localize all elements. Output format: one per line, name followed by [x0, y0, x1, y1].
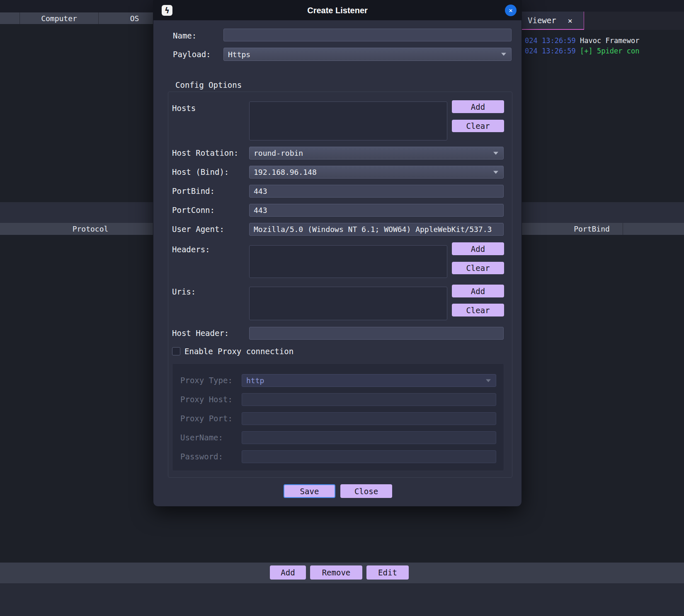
bottom-strip — [0, 583, 684, 616]
proxy-username-label: UserName: — [180, 431, 223, 444]
user-agent-input[interactable] — [249, 223, 504, 236]
uris-clear-button[interactable]: Clear — [452, 304, 504, 316]
dialog-titlebar[interactable]: ϟ Create Listener ✕ — [153, 0, 521, 20]
header-cell-computer[interactable]: Computer — [20, 12, 99, 24]
proxy-settings-panel: Proxy Type: http Proxy Host: Proxy Port:… — [172, 363, 504, 471]
hosts-textarea[interactable] — [249, 101, 447, 140]
listener-remove-button[interactable]: Remove — [310, 565, 362, 580]
proxy-host-input[interactable] — [242, 393, 496, 406]
log-timestamp: 024 13:26:59 — [525, 47, 576, 55]
listener-add-button[interactable]: Add — [270, 565, 306, 580]
log-message: 5pider con — [597, 47, 639, 55]
proxy-type-label: Proxy Type: — [180, 374, 233, 387]
save-button[interactable]: Save — [284, 484, 335, 498]
name-label: Name: — [173, 29, 196, 42]
close-button[interactable]: Close — [340, 484, 392, 498]
create-listener-dialog: ϟ Create Listener ✕ Name: Payload: Https… — [153, 0, 522, 507]
proxy-password-label: Password: — [180, 450, 223, 463]
user-agent-label: User Agent: — [172, 223, 224, 236]
host-rotation-select[interactable]: round-robin — [249, 147, 504, 159]
uris-add-button[interactable]: Add — [452, 285, 504, 297]
proxy-password-input[interactable] — [242, 450, 496, 463]
headers-add-button[interactable]: Add — [452, 242, 504, 255]
hosts-clear-button[interactable]: Clear — [452, 120, 504, 132]
portconn-input[interactable] — [249, 204, 504, 217]
host-header-input[interactable] — [249, 327, 504, 340]
chevron-down-icon — [486, 379, 491, 382]
proxy-host-label: Proxy Host: — [180, 393, 233, 406]
proxy-type-select[interactable]: http — [242, 374, 496, 387]
header-cell-blank[interactable] — [0, 12, 20, 24]
dialog-title: Create Listener — [153, 6, 521, 15]
log-message: Havoc Framewor — [580, 36, 639, 45]
dialog-close-icon[interactable]: ✕ — [505, 5, 517, 16]
headers-clear-button[interactable]: Clear — [452, 262, 504, 274]
payload-selected-value: Https — [228, 50, 250, 59]
uris-label: Uris: — [172, 285, 196, 298]
host-bind-select[interactable]: 192.168.96.148 — [249, 166, 504, 179]
log-success-tag: [+] — [580, 47, 593, 55]
hosts-add-button[interactable]: Add — [452, 100, 504, 113]
event-log[interactable]: 024 13:26:59 Havoc Framewor 024 13:26:59… — [522, 30, 684, 202]
uris-textarea[interactable] — [249, 287, 447, 320]
chevron-down-icon — [501, 53, 506, 56]
tab-close-icon[interactable]: ✕ — [568, 16, 572, 25]
payload-label: Payload: — [173, 48, 211, 61]
portbind-label: PortBind: — [172, 185, 215, 198]
portbind-input[interactable] — [249, 185, 504, 198]
headers-textarea[interactable] — [249, 245, 447, 278]
hosts-label: Hosts — [172, 102, 196, 115]
havoc-main-window: Computer OS Viewer ✕ 024 13:26:59 Havoc … — [0, 0, 684, 616]
host-bind-label: Host (Bind): — [172, 166, 229, 179]
chevron-down-icon — [493, 171, 498, 174]
proxy-port-label: Proxy Port: — [180, 412, 233, 425]
enable-proxy-label: Enable Proxy connection — [184, 345, 293, 358]
proxy-port-input[interactable] — [242, 412, 496, 425]
header-cell-portbind[interactable]: PortBind — [561, 223, 623, 235]
config-options-label: Config Options — [175, 79, 242, 92]
host-bind-selected-value: 192.168.96.148 — [254, 168, 317, 176]
log-line: 024 13:26:59 [+] 5pider con — [522, 46, 684, 56]
log-line: 024 13:26:59 Havoc Framewor — [522, 36, 684, 46]
havoc-logo-icon: ϟ — [162, 5, 172, 16]
portconn-label: PortConn: — [172, 204, 215, 217]
name-input[interactable] — [223, 29, 512, 41]
headers-label: Headers: — [172, 243, 210, 256]
log-timestamp: 024 13:26:59 — [525, 36, 576, 45]
chevron-down-icon — [493, 152, 498, 155]
viewer-tab-label: Viewer — [528, 16, 556, 25]
host-header-label: Host Header: — [172, 327, 229, 340]
viewer-tab[interactable]: Viewer ✕ — [522, 12, 584, 29]
viewer-tab-bar: Viewer ✕ — [522, 12, 684, 30]
proxy-type-selected-value: http — [246, 376, 264, 385]
host-rotation-label: Host Rotation: — [172, 147, 238, 159]
config-options-groupbox: Hosts Add Clear Host Rotation: round-rob… — [168, 92, 512, 478]
enable-proxy-checkbox[interactable] — [172, 347, 180, 355]
listener-edit-button[interactable]: Edit — [366, 565, 409, 580]
proxy-username-input[interactable] — [242, 431, 496, 444]
payload-select[interactable]: Https — [223, 48, 512, 61]
host-rotation-selected-value: round-robin — [254, 149, 303, 157]
